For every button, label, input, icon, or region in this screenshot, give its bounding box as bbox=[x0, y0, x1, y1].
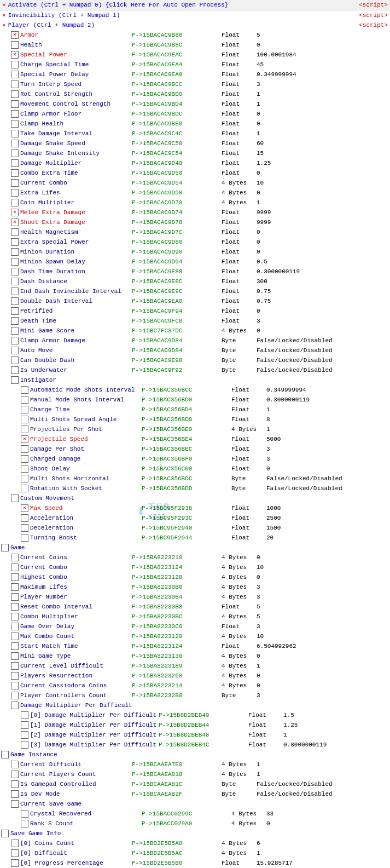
checkbox[interactable] bbox=[11, 90, 19, 98]
checkbox[interactable] bbox=[11, 672, 19, 680]
checkbox[interactable] bbox=[21, 741, 28, 749]
checkbox[interactable] bbox=[11, 702, 19, 709]
table-row[interactable]: Is UnderwaterP->15BACAC9F92ByteFalse/Loc… bbox=[0, 365, 390, 375]
checkbox[interactable] bbox=[11, 81, 19, 88]
checkbox[interactable] bbox=[11, 800, 19, 808]
group-header[interactable]: Instigator bbox=[0, 375, 390, 385]
checkbox[interactable] bbox=[11, 150, 19, 157]
table-row[interactable]: Crystal RecoveredP->15BACC0299C4 Bytes33 bbox=[0, 809, 390, 819]
checkbox[interactable] bbox=[21, 455, 28, 463]
table-row[interactable]: Minion Spawn DelayP->15BACAC9D94Float0.5 bbox=[0, 257, 390, 267]
checkbox[interactable] bbox=[11, 583, 19, 591]
player-row[interactable]: ✕ Player (Ctrl + Numpad 2) <script> bbox=[0, 20, 390, 30]
table-row[interactable]: Dash Time DurationP->15BACAC9E88Float0.3… bbox=[0, 267, 390, 277]
checkbox[interactable] bbox=[11, 71, 19, 78]
checkbox[interactable] bbox=[11, 248, 19, 256]
table-row[interactable]: Charged DamageP->15BAC356BF0Float3 bbox=[0, 454, 390, 464]
checkbox[interactable] bbox=[11, 288, 19, 295]
checkbox[interactable] bbox=[1, 544, 9, 551]
table-row[interactable]: Rot Control StrengthP->15BACAC9BD0Float1 bbox=[0, 89, 390, 99]
checkbox[interactable] bbox=[11, 199, 19, 206]
checkbox[interactable] bbox=[11, 642, 19, 650]
group-header[interactable]: Current Save Game bbox=[0, 799, 390, 809]
invincibility-row[interactable]: ✕ Invincibility (Ctrl + Numpad 1) <scrip… bbox=[0, 10, 390, 20]
table-row[interactable]: Multi Shots HorizontalP->15BAC356BDCByte… bbox=[0, 474, 390, 484]
table-row[interactable]: Mini Game TypeP->15BA82231304 Bytes0 bbox=[0, 651, 390, 661]
group-header[interactable]: Custom Movement bbox=[0, 493, 390, 503]
checkbox[interactable] bbox=[11, 761, 19, 768]
checkbox[interactable] bbox=[11, 51, 19, 59]
checkbox[interactable] bbox=[11, 495, 19, 502]
table-row[interactable]: Charge Special TimeP->15BACAC9EA4Float45 bbox=[0, 60, 390, 70]
checkbox[interactable] bbox=[11, 633, 19, 640]
checkbox[interactable] bbox=[21, 406, 28, 413]
checkbox[interactable] bbox=[21, 534, 28, 542]
table-row[interactable]: Is Dev ModeP->15BCAAEA82FByteFalse/Locke… bbox=[0, 789, 390, 799]
checkbox[interactable] bbox=[21, 524, 28, 532]
table-row[interactable]: Coin MultiplierP->15BACAC9D704 Bytes1 bbox=[0, 198, 390, 208]
checkbox[interactable] bbox=[11, 31, 19, 39]
table-row[interactable]: Rotation With SocketP->15BAC356BDDByteFa… bbox=[0, 484, 390, 493]
checkbox[interactable] bbox=[21, 820, 28, 827]
table-row[interactable]: [0] Damage Multiplier Per DifficultP->15… bbox=[0, 710, 390, 720]
table-row[interactable]: Multi Shots Spread AngleP->15BAC356BD8Fl… bbox=[0, 415, 390, 424]
checkbox[interactable] bbox=[11, 849, 19, 857]
group-header[interactable]: Damage Multiplier Per Difficult bbox=[0, 700, 390, 710]
checkbox[interactable] bbox=[1, 830, 9, 837]
checkbox[interactable] bbox=[11, 189, 19, 197]
table-row[interactable]: [1] Damage Multiplier Per DifficultP->15… bbox=[0, 720, 390, 730]
checkbox[interactable] bbox=[21, 445, 28, 453]
checkbox[interactable] bbox=[1, 751, 9, 758]
checkbox[interactable] bbox=[11, 840, 19, 847]
checkbox[interactable] bbox=[21, 514, 28, 522]
table-row[interactable]: Special PowerP->15BACAC9EACFloat100.0001… bbox=[0, 50, 390, 60]
table-row[interactable]: Current DifficultP->15BCAAEA7E04 Bytes1 bbox=[0, 760, 390, 769]
checkbox[interactable] bbox=[21, 435, 28, 443]
checkbox[interactable] bbox=[11, 623, 19, 630]
table-row[interactable]: Current Players CountP->15BCAAEA8184 Byt… bbox=[0, 769, 390, 779]
table-row[interactable]: Shoot Extra DamageP->15BACAC9D78Float999… bbox=[0, 217, 390, 227]
table-row[interactable]: Movement Control StrengthP->15BACAC9BD4F… bbox=[0, 99, 390, 109]
checkbox[interactable] bbox=[11, 169, 19, 177]
table-row[interactable]: Start Match TimeP->15BA8223124Float6.504… bbox=[0, 641, 390, 651]
player-label[interactable]: Player (Ctrl + Numpad 2) bbox=[8, 21, 359, 30]
table-row[interactable]: [0] Progress PercentageP->15BD2E5B5B0Flo… bbox=[0, 858, 390, 868]
table-row[interactable]: Clamp Armor DamageP->15BACAC9D84ByteFals… bbox=[0, 336, 390, 346]
checkbox[interactable] bbox=[11, 268, 19, 275]
checkbox[interactable] bbox=[21, 416, 28, 423]
checkbox[interactable] bbox=[11, 652, 19, 660]
table-row[interactable]: Is Gamepad ControlledP->15BCAAEA81CByteF… bbox=[0, 779, 390, 789]
table-row[interactable]: Damage Shake IntensityP->15BACAC9C54Floa… bbox=[0, 148, 390, 158]
checkbox[interactable] bbox=[11, 228, 19, 236]
table-row[interactable]: Minion DurationP->15BACAC9D90Float0 bbox=[0, 247, 390, 257]
checkbox[interactable] bbox=[11, 347, 19, 354]
checkbox[interactable] bbox=[11, 662, 19, 670]
table-row[interactable]: Current Cassiodora CoinsP->15BA82232144 … bbox=[0, 681, 390, 691]
table-row[interactable]: Double Dash IntervalP->15BACAC9EA0Float0… bbox=[0, 296, 390, 306]
table-row[interactable]: HealthP->15BACAC9B8CFloat0 bbox=[0, 40, 390, 50]
table-row[interactable]: Melee Extra DamageP->15BACAC9D74Float999… bbox=[0, 208, 390, 217]
checkbox[interactable] bbox=[11, 130, 19, 137]
table-row[interactable]: Clamp HealthP->15BACAC9BE0Float0 bbox=[0, 119, 390, 129]
table-row[interactable]: Automatic Mode Shots IntervalP->15BAC356… bbox=[0, 385, 390, 395]
table-row[interactable]: Damage MultiplierP->15BACAC9D48Float1.25 bbox=[0, 158, 390, 168]
table-row[interactable]: Shoot DelayP->15BAC356C00Float0 bbox=[0, 464, 390, 474]
table-row[interactable]: Turning BoostP->15BC95F2944Float20 bbox=[0, 533, 390, 543]
table-row[interactable]: Damage Per ShotP->15BAC356BECFloat3 bbox=[0, 444, 390, 454]
checkbox[interactable] bbox=[11, 603, 19, 611]
table-row[interactable]: Combo MultiplierP->15BA82230BC4 Bytes5 bbox=[0, 612, 390, 622]
table-row[interactable]: Charge TimeP->15BAC356BD4Float1 bbox=[0, 405, 390, 415]
checkbox[interactable] bbox=[11, 357, 19, 364]
activate-label[interactable]: Activate (Ctrl + Numpad 0) {Click Here F… bbox=[8, 1, 359, 9]
table-row[interactable]: Player NumberP->15BA82230B44 Bytes3 bbox=[0, 592, 390, 602]
table-row[interactable]: PetrifiedP->15BACAC9F94Float0 bbox=[0, 306, 390, 316]
checkbox[interactable] bbox=[21, 426, 28, 433]
checkbox[interactable] bbox=[21, 386, 28, 394]
table-row[interactable]: [3] Damage Multiplier Per DifficultP->15… bbox=[0, 740, 390, 750]
checkbox[interactable] bbox=[11, 238, 19, 246]
table-row[interactable]: Combo Extra TimeP->15BACAC9D50Float0 bbox=[0, 168, 390, 178]
table-row[interactable]: Clamp Armor FloorP->15BACAC9BDCFloat0 bbox=[0, 109, 390, 119]
table-row[interactable]: Projectile SpeedP->15BAC356BE4Float5000 bbox=[0, 434, 390, 444]
table-row[interactable]: AccelerationP->15BC95F293CFloat2500 bbox=[0, 513, 390, 523]
table-row[interactable]: Special Power DelayP->15BACAC9EA8Float0.… bbox=[0, 70, 390, 79]
